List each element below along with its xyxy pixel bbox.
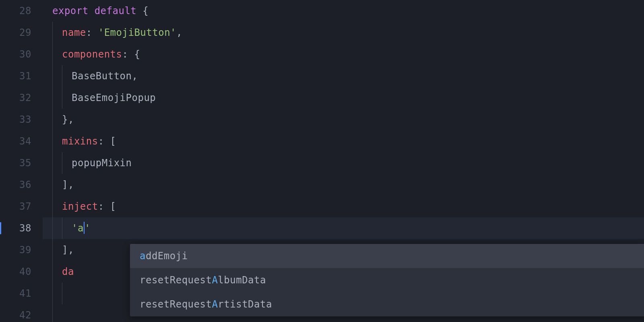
code-editor[interactable]: 282930313233343536373839404142 export de… (0, 0, 644, 322)
code-line[interactable]: export default { (43, 0, 644, 22)
line-number: 41 (0, 283, 31, 304)
line-number: 32 (0, 87, 31, 109)
line-number-gutter: 282930313233343536373839404142 (0, 0, 43, 322)
autocomplete-item[interactable]: resetRequestArtistData (130, 292, 644, 316)
line-number: 38 (0, 217, 31, 239)
line-number: 33 (0, 109, 31, 130)
autocomplete-item[interactable]: resetRequestAlbumData (130, 268, 644, 292)
code-line[interactable]: name: 'EmojiButton', (43, 22, 644, 43)
code-line[interactable]: BaseEmojiPopup (43, 87, 644, 109)
line-number: 29 (0, 22, 31, 43)
line-number: 39 (0, 239, 31, 261)
code-line[interactable]: mixins: [ (43, 130, 644, 152)
code-line[interactable]: }, (43, 109, 644, 130)
code-line[interactable]: inject: [ (43, 196, 644, 217)
code-area[interactable]: export default {name: 'EmojiButton',comp… (43, 0, 644, 322)
line-number: 30 (0, 43, 31, 65)
line-number: 35 (0, 152, 31, 174)
code-line[interactable]: 'a' (43, 217, 644, 239)
code-line[interactable]: popupMixin (43, 152, 644, 174)
line-number: 31 (0, 65, 31, 87)
line-number: 36 (0, 174, 31, 196)
line-number: 34 (0, 130, 31, 152)
autocomplete-item[interactable]: addEmoji (130, 244, 644, 268)
code-line[interactable]: BaseButton, (43, 65, 644, 87)
autocomplete-popup[interactable]: addEmojiresetRequestAlbumDataresetReques… (130, 244, 644, 317)
line-number: 42 (0, 304, 31, 322)
code-line[interactable]: ], (43, 174, 644, 196)
line-number: 40 (0, 261, 31, 283)
code-line[interactable]: components: { (43, 43, 644, 65)
line-number: 28 (0, 0, 31, 22)
line-number: 37 (0, 196, 31, 217)
